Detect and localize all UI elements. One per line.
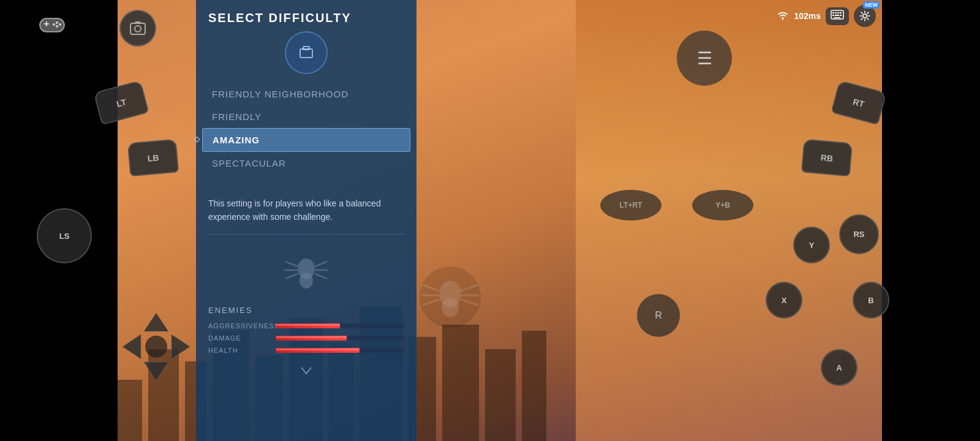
panel-divider — [208, 234, 404, 235]
panel-title: SELECT DIFFICULTY — [196, 0, 417, 31]
stat-aggressiveness-label: AGGRESSIVENESS — [208, 322, 270, 330]
svg-marker-33 — [123, 334, 141, 359]
stat-damage-label: DAMAGE — [208, 334, 270, 342]
ls-button[interactable]: LS — [37, 208, 92, 263]
rb-button[interactable]: RB — [801, 139, 853, 177]
svg-rect-0 — [118, 380, 142, 441]
svg-rect-37 — [303, 47, 309, 50]
svg-marker-31 — [144, 313, 168, 331]
right-panel — [882, 0, 980, 441]
svg-line-40 — [285, 262, 298, 266]
stat-damage-fill — [276, 336, 347, 341]
difficulty-friendly-neighborhood[interactable]: FRIENDLY NEIGHBORHOOD — [202, 83, 410, 105]
svg-point-55 — [863, 14, 867, 18]
svg-point-24 — [442, 298, 459, 317]
svg-point-16 — [59, 23, 61, 26]
svg-marker-34 — [172, 334, 190, 359]
dpad-left — [119, 310, 193, 386]
svg-line-45 — [315, 274, 327, 279]
svg-rect-9 — [442, 325, 479, 441]
x-button[interactable]: X — [766, 282, 802, 318]
difficulty-amazing[interactable]: AMAZING — [202, 128, 410, 152]
stat-health: HEALTH — [208, 347, 404, 354]
stat-damage-bar — [276, 336, 404, 341]
stat-damage: DAMAGE — [208, 334, 404, 342]
r-button[interactable]: R — [637, 294, 680, 337]
svg-rect-14 — [46, 21, 47, 26]
difficulty-friendly[interactable]: FRIENDLY — [202, 105, 410, 128]
svg-line-43 — [315, 262, 327, 266]
svg-rect-54 — [834, 17, 840, 18]
panel-icon-circle — [285, 31, 328, 74]
stat-health-fill — [276, 348, 360, 353]
difficulty-description: This setting is for players who like a b… — [196, 187, 417, 234]
svg-line-42 — [285, 274, 298, 279]
difficulty-spectacular[interactable]: SPECTACULAR — [202, 152, 410, 175]
panel-icon-area — [196, 31, 417, 74]
svg-rect-48 — [835, 12, 837, 13]
y-button[interactable]: Y — [793, 227, 830, 263]
menu-button-game[interactable]: ☰ — [677, 31, 732, 86]
svg-point-20 — [135, 26, 141, 32]
svg-rect-21 — [135, 21, 141, 24]
settings-button[interactable]: NEW — [854, 5, 876, 27]
spiderman-logo-overlay — [417, 263, 484, 331]
enemies-title: ENEMIES — [208, 306, 404, 315]
new-badge: NEW — [863, 1, 880, 9]
svg-point-15 — [56, 21, 58, 24]
svg-point-17 — [56, 25, 58, 28]
svg-rect-53 — [840, 15, 842, 16]
svg-rect-49 — [837, 12, 839, 13]
stat-health-label: HEALTH — [208, 347, 270, 354]
svg-rect-10 — [485, 349, 516, 441]
svg-rect-51 — [832, 15, 834, 16]
difficulty-list: FRIENDLY NEIGHBORHOOD FRIENDLY AMAZING S… — [196, 83, 417, 175]
svg-rect-52 — [835, 15, 839, 16]
svg-rect-19 — [130, 23, 145, 34]
spiderman-icon-area — [196, 247, 417, 296]
svg-point-35 — [145, 336, 167, 358]
lb-button[interactable]: LB — [127, 139, 179, 177]
status-bar: 102ms NEW — [777, 5, 876, 27]
svg-rect-50 — [840, 12, 842, 13]
stat-aggressiveness-bar — [276, 323, 404, 328]
keyboard-button[interactable] — [826, 7, 849, 25]
latency-display: 102ms — [794, 11, 821, 21]
b-button[interactable]: B — [853, 282, 889, 318]
stat-aggressiveness-fill — [276, 323, 340, 328]
rs-button[interactable]: RS — [839, 214, 879, 254]
enemies-section: ENEMIES AGGRESSIVENESS DAMAGE HEALTH — [196, 296, 417, 359]
svg-rect-47 — [832, 12, 834, 13]
svg-point-39 — [300, 273, 313, 288]
controller-icon — [37, 13, 67, 42]
ltrt-combo-label: LT+RT — [600, 190, 662, 221]
svg-marker-32 — [144, 362, 168, 380]
stat-aggressiveness: AGGRESSIVENESS — [208, 322, 404, 330]
svg-rect-11 — [522, 331, 546, 441]
stat-health-bar — [276, 348, 404, 353]
screenshot-button[interactable] — [119, 10, 156, 47]
difficulty-panel: SELECT DIFFICULTY FRIENDLY NEIGHBORHOOD … — [196, 0, 417, 441]
svg-point-18 — [53, 23, 55, 26]
scroll-indicator — [196, 359, 417, 382]
yb-combo-label: Y+B — [692, 190, 753, 221]
a-button[interactable]: A — [821, 349, 858, 386]
wifi-icon — [777, 10, 789, 22]
svg-rect-36 — [300, 49, 312, 58]
